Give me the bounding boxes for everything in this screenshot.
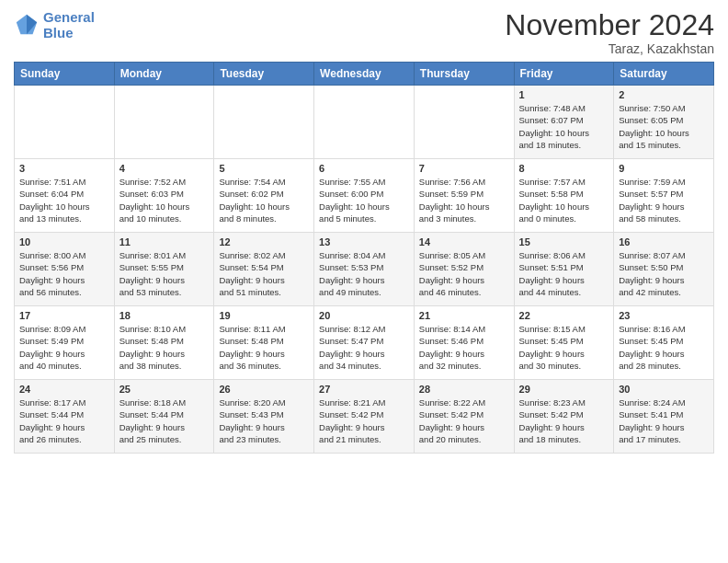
logo: General Blue: [14, 9, 95, 41]
day-number: 3: [19, 163, 109, 174]
cell-2-3: 5Sunrise: 7:54 AM Sunset: 6:02 PM Daylig…: [214, 159, 314, 233]
day-info: Sunrise: 8:00 AM Sunset: 5:56 PM Dayligh…: [19, 249, 109, 298]
cell-4-1: 17Sunrise: 8:09 AM Sunset: 5:49 PM Dayli…: [15, 306, 115, 380]
day-info: Sunrise: 8:17 AM Sunset: 5:44 PM Dayligh…: [19, 396, 109, 445]
cell-5-2: 25Sunrise: 8:18 AM Sunset: 5:44 PM Dayli…: [114, 380, 214, 454]
day-number: 5: [219, 163, 309, 174]
col-saturday: Saturday: [614, 63, 714, 86]
col-friday: Friday: [514, 63, 614, 86]
day-number: 16: [619, 236, 709, 247]
day-info: Sunrise: 7:54 AM Sunset: 6:02 PM Dayligh…: [219, 176, 309, 224]
day-number: 13: [319, 236, 409, 247]
cell-3-1: 10Sunrise: 8:00 AM Sunset: 5:56 PM Dayli…: [15, 233, 115, 306]
cell-2-1: 3Sunrise: 7:51 AM Sunset: 6:04 PM Daylig…: [15, 159, 115, 233]
cell-1-2: [114, 86, 214, 159]
page-container: General Blue November 2024 Taraz, Kazakh…: [0, 0, 728, 463]
day-info: Sunrise: 7:48 AM Sunset: 6:07 PM Dayligh…: [519, 102, 609, 151]
cell-2-4: 6Sunrise: 7:55 AM Sunset: 6:00 PM Daylig…: [314, 159, 415, 233]
day-number: 30: [619, 384, 709, 395]
day-info: Sunrise: 8:16 AM Sunset: 5:45 PM Dayligh…: [619, 323, 709, 372]
cell-5-3: 26Sunrise: 8:20 AM Sunset: 5:43 PM Dayli…: [214, 380, 314, 454]
day-number: 22: [519, 310, 609, 321]
day-info: Sunrise: 8:07 AM Sunset: 5:50 PM Dayligh…: [619, 249, 709, 298]
day-number: 21: [419, 310, 509, 321]
cell-4-4: 20Sunrise: 8:12 AM Sunset: 5:47 PM Dayli…: [314, 306, 415, 380]
cell-3-3: 12Sunrise: 8:02 AM Sunset: 5:54 PM Dayli…: [214, 233, 314, 306]
cell-2-6: 8Sunrise: 7:57 AM Sunset: 5:58 PM Daylig…: [514, 159, 614, 233]
location: Taraz, Kazakhstan: [505, 41, 714, 56]
day-number: 4: [119, 163, 210, 174]
cell-1-3: [214, 86, 314, 159]
title-block: November 2024 Taraz, Kazakhstan: [505, 9, 714, 56]
day-number: 11: [119, 236, 210, 247]
cell-2-2: 4Sunrise: 7:52 AM Sunset: 6:03 PM Daylig…: [114, 159, 214, 233]
day-number: 18: [119, 310, 210, 321]
day-number: 28: [419, 384, 509, 395]
cell-4-5: 21Sunrise: 8:14 AM Sunset: 5:46 PM Dayli…: [414, 306, 514, 380]
day-number: 23: [619, 310, 709, 321]
cell-5-7: 30Sunrise: 8:24 AM Sunset: 5:41 PM Dayli…: [614, 380, 714, 454]
day-number: 2: [619, 89, 709, 100]
day-info: Sunrise: 8:05 AM Sunset: 5:52 PM Dayligh…: [419, 249, 509, 298]
day-number: 9: [619, 163, 709, 174]
month-title: November 2024: [505, 9, 714, 41]
calendar-header-row: Sunday Monday Tuesday Wednesday Thursday…: [15, 63, 714, 86]
day-info: Sunrise: 8:02 AM Sunset: 5:54 PM Dayligh…: [219, 249, 309, 298]
cell-4-2: 18Sunrise: 8:10 AM Sunset: 5:48 PM Dayli…: [114, 306, 214, 380]
day-number: 27: [319, 384, 409, 395]
week-row-4: 17Sunrise: 8:09 AM Sunset: 5:49 PM Dayli…: [15, 306, 714, 380]
day-info: Sunrise: 8:20 AM Sunset: 5:43 PM Dayligh…: [219, 396, 309, 445]
day-number: 25: [119, 384, 210, 395]
cell-4-6: 22Sunrise: 8:15 AM Sunset: 5:45 PM Dayli…: [514, 306, 614, 380]
day-info: Sunrise: 8:10 AM Sunset: 5:48 PM Dayligh…: [119, 323, 210, 372]
day-info: Sunrise: 7:56 AM Sunset: 5:59 PM Dayligh…: [419, 176, 509, 224]
week-row-5: 24Sunrise: 8:17 AM Sunset: 5:44 PM Dayli…: [15, 380, 714, 454]
col-sunday: Sunday: [15, 63, 115, 86]
week-row-3: 10Sunrise: 8:00 AM Sunset: 5:56 PM Dayli…: [15, 233, 714, 306]
day-info: Sunrise: 8:01 AM Sunset: 5:55 PM Dayligh…: [119, 249, 210, 298]
cell-3-6: 15Sunrise: 8:06 AM Sunset: 5:51 PM Dayli…: [514, 233, 614, 306]
col-wednesday: Wednesday: [314, 63, 415, 86]
day-info: Sunrise: 7:55 AM Sunset: 6:00 PM Dayligh…: [319, 176, 409, 224]
logo-text: General Blue: [43, 9, 95, 41]
day-info: Sunrise: 7:59 AM Sunset: 5:57 PM Dayligh…: [619, 176, 709, 224]
day-info: Sunrise: 8:22 AM Sunset: 5:42 PM Dayligh…: [419, 396, 509, 445]
cell-5-4: 27Sunrise: 8:21 AM Sunset: 5:42 PM Dayli…: [314, 380, 415, 454]
week-row-1: 1Sunrise: 7:48 AM Sunset: 6:07 PM Daylig…: [15, 86, 714, 159]
day-info: Sunrise: 8:06 AM Sunset: 5:51 PM Dayligh…: [519, 249, 609, 298]
cell-3-7: 16Sunrise: 8:07 AM Sunset: 5:50 PM Dayli…: [614, 233, 714, 306]
day-number: 20: [319, 310, 409, 321]
col-tuesday: Tuesday: [214, 63, 314, 86]
day-number: 29: [519, 384, 609, 395]
day-info: Sunrise: 8:18 AM Sunset: 5:44 PM Dayligh…: [119, 396, 210, 445]
day-info: Sunrise: 8:14 AM Sunset: 5:46 PM Dayligh…: [419, 323, 509, 372]
day-info: Sunrise: 8:12 AM Sunset: 5:47 PM Dayligh…: [319, 323, 409, 372]
calendar-body: 1Sunrise: 7:48 AM Sunset: 6:07 PM Daylig…: [15, 86, 714, 454]
cell-2-7: 9Sunrise: 7:59 AM Sunset: 5:57 PM Daylig…: [614, 159, 714, 233]
day-info: Sunrise: 7:51 AM Sunset: 6:04 PM Dayligh…: [19, 176, 109, 224]
cell-1-5: [414, 86, 514, 159]
day-number: 17: [19, 310, 109, 321]
cell-4-3: 19Sunrise: 8:11 AM Sunset: 5:48 PM Dayli…: [214, 306, 314, 380]
day-number: 8: [519, 163, 609, 174]
calendar-table: Sunday Monday Tuesday Wednesday Thursday…: [14, 62, 714, 454]
col-monday: Monday: [114, 63, 214, 86]
day-number: 7: [419, 163, 509, 174]
day-number: 15: [519, 236, 609, 247]
col-thursday: Thursday: [414, 63, 514, 86]
day-number: 10: [19, 236, 109, 247]
day-info: Sunrise: 7:50 AM Sunset: 6:05 PM Dayligh…: [619, 102, 709, 151]
day-info: Sunrise: 8:21 AM Sunset: 5:42 PM Dayligh…: [319, 396, 409, 445]
day-info: Sunrise: 8:09 AM Sunset: 5:49 PM Dayligh…: [19, 323, 109, 372]
logo-icon: [14, 12, 40, 38]
cell-4-7: 23Sunrise: 8:16 AM Sunset: 5:45 PM Dayli…: [614, 306, 714, 380]
cell-1-7: 2Sunrise: 7:50 AM Sunset: 6:05 PM Daylig…: [614, 86, 714, 159]
cell-3-5: 14Sunrise: 8:05 AM Sunset: 5:52 PM Dayli…: [414, 233, 514, 306]
cell-1-1: [15, 86, 115, 159]
cell-3-4: 13Sunrise: 8:04 AM Sunset: 5:53 PM Dayli…: [314, 233, 415, 306]
day-info: Sunrise: 8:15 AM Sunset: 5:45 PM Dayligh…: [519, 323, 609, 372]
day-number: 26: [219, 384, 309, 395]
cell-2-5: 7Sunrise: 7:56 AM Sunset: 5:59 PM Daylig…: [414, 159, 514, 233]
cell-5-1: 24Sunrise: 8:17 AM Sunset: 5:44 PM Dayli…: [15, 380, 115, 454]
cell-3-2: 11Sunrise: 8:01 AM Sunset: 5:55 PM Dayli…: [114, 233, 214, 306]
